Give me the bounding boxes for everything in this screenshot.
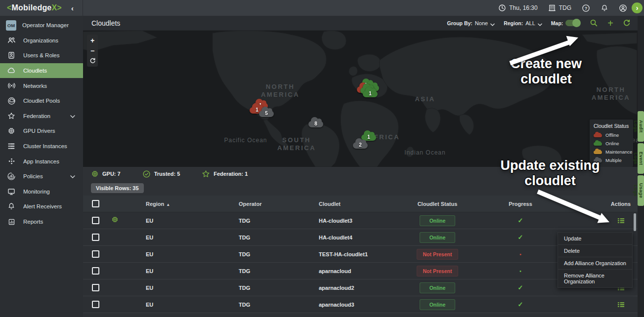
menu-item-update[interactable]: Update [558,233,632,244]
group-by-value: None [475,20,488,26]
menu-item-remove-alliance-organization[interactable]: Remove Alliance Organization [558,269,632,287]
column-header-status[interactable]: Cloudlet Status [396,201,478,207]
row-checkbox[interactable] [92,234,99,241]
sidebar-item-cluster-instances[interactable]: Cluster Instances [0,139,83,154]
svg-text:?: ? [585,5,587,10]
bell-icon [7,202,16,210]
row-checkbox[interactable] [92,217,99,224]
map-cluster-marker[interactable]: 5 [259,107,274,118]
map-toggle[interactable] [565,20,580,26]
cloud-pool-icon [7,97,16,105]
chip-icon [7,127,16,135]
account-icon[interactable] [619,4,627,12]
progress-dot-icon [519,268,521,274]
id-badge-icon [7,51,16,59]
sidebar-item-users-roles[interactable]: Users & Roles [0,48,83,63]
map-cluster-marker[interactable]: 2 [353,138,368,149]
tab-event-logs[interactable]: Event Logs [638,143,644,174]
cell-region: EU [125,235,217,240]
tab-audit-logs[interactable]: Audit Logs [638,111,644,142]
people-icon [7,36,16,44]
clock-display: Thu, 16:30 [498,4,537,12]
mobiledgex-logo: <MobiledgeX> [7,3,62,12]
row-checkbox[interactable] [92,301,99,308]
sidebar-item-cloudlets[interactable]: Cloudlets [0,63,83,79]
map-cluster-marker[interactable]: 8 [308,117,323,128]
nodes-icon [7,158,16,165]
map-zoom-in-button[interactable]: + [88,36,97,45]
table-row[interactable]: EU TDG aparnacloud2 Online [83,279,638,296]
legend-item-offline: Offline [594,132,629,138]
tab-usage-logs[interactable]: Usage Logs [638,175,644,206]
menu-item-delete[interactable]: Delete [558,244,632,257]
column-header-operator[interactable]: Operator [217,201,298,207]
map-cluster-marker[interactable]: 1 [363,87,378,98]
map-reset-icon[interactable] [88,56,97,66]
row-actions-context-menu: Update Delete Add Alliance Organization … [558,232,633,288]
logo-area: <MobiledgeX> ‹ [0,0,83,16]
table-row[interactable]: EU TDG HA-cloudlet3 Online [83,212,638,229]
sidebar-item-gpu-drivers[interactable]: GPU Drivers [0,123,83,139]
sidebar-collapse-icon[interactable]: ‹ [71,4,74,12]
gpu-chip-icon [111,216,119,225]
select-all-checkbox[interactable] [92,200,99,207]
sidebar-item-operator-manager[interactable]: OM Operator Manager [0,18,83,33]
notifications-bell-icon[interactable] [601,4,608,12]
sidebar-item-monitoring[interactable]: Monitoring [0,184,83,199]
table-row[interactable]: EU TDG HA-cloudlet4 Online [83,229,638,246]
cell-cloudlet: HA-cloudlet4 [298,235,396,240]
star-icon [7,112,16,120]
sidebar-item-policies[interactable]: Policies [0,169,83,184]
column-header-actions: Actions [562,201,638,207]
cell-region: EU [125,218,217,224]
cell-cloudlet: aparnacloud3 [298,302,396,308]
progress-check-icon [518,285,523,291]
row-checkbox[interactable] [92,284,99,291]
row-actions-menu-icon[interactable] [617,302,625,308]
sidebar-item-alert-receivers[interactable]: Alert Receivers [0,199,83,214]
expand-panel-button[interactable]: › [632,2,643,13]
user-avatar: OM [6,20,16,31]
cell-cloudlet: aparnacloud [298,268,396,274]
sidebar-item-organizations[interactable]: Organizations [0,33,83,48]
create-cloudlet-plus-button[interactable]: + [607,18,613,28]
group-by-select[interactable]: Group By: None [447,20,495,26]
refresh-icon[interactable] [623,19,631,27]
legend-item-online: Online [594,140,629,146]
column-header-region[interactable]: Region▲ [125,201,217,207]
table-row[interactable]: EU TDG aparnacloud3 Online [83,296,638,313]
page-title: Cloudlets [91,19,120,27]
world-map[interactable]: NORTH AMERICA SOUTH AMERICA AFRICA ASIA … [83,31,638,167]
sidebar-item-networks[interactable]: Networks [0,78,83,93]
map-zoom-out-button[interactable]: − [88,46,97,55]
search-icon[interactable] [590,19,598,27]
sidebar-item-federation[interactable]: Federation [0,109,83,124]
cell-cloudlet: HA-cloudlet3 [298,218,396,224]
cell-operator: TDG [217,251,298,257]
row-checkbox[interactable] [92,250,99,258]
menu-item-add-alliance-organization[interactable]: Add Alliance Organization [558,257,632,269]
row-checkbox[interactable] [92,267,99,275]
column-header-cloudlet[interactable]: Cloudlet [298,201,396,207]
help-icon[interactable]: ? [582,4,590,12]
federation-star-icon [202,170,210,178]
monitor-icon [7,188,16,196]
region-select[interactable]: Region: ALL [504,20,542,26]
sidebar-item-reports[interactable]: Reports [0,214,83,230]
org-selector[interactable]: TDG [548,4,571,12]
trusted-badge-icon [142,170,151,178]
main-content: Cloudlets Group By: None Region: ALL Map… [83,16,638,317]
column-header-progress[interactable]: Progress [478,201,562,207]
stats-bar: GPU: 7 Trusted: 5 Federation: 1 [83,167,638,181]
sidebar-item-cloudlet-pools[interactable]: Cloudlet Pools [0,93,83,109]
sidebar-item-app-instances[interactable]: App Instances [0,154,83,169]
table-scrollbar-thumb[interactable] [634,213,636,231]
row-actions-menu-icon[interactable] [617,218,625,224]
spiral-icon [7,172,16,180]
legend-title: Cloudlet Status [594,123,629,129]
log-tabs-rail: Audit Logs Event Logs Usage Logs [638,16,644,317]
chevron-down-icon [538,21,542,25]
table-row[interactable]: EU TDG aparnacloud Not Present [83,263,638,279]
chevron-down-icon [490,21,494,25]
table-row[interactable]: EU TDG TEST-HA-cloudlet1 Not Present [83,246,638,263]
